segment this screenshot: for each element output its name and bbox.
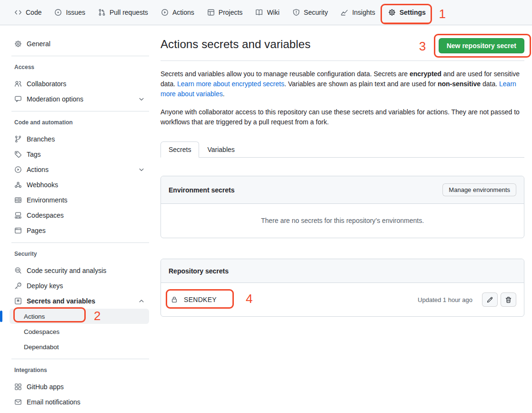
- nav-tab-label: Projects: [219, 9, 243, 16]
- play-icon: [161, 9, 169, 16]
- new-repository-secret-button[interactable]: New repository secret: [439, 38, 524, 53]
- intro-paragraph-1: Secrets and variables allow you to manag…: [161, 69, 524, 99]
- comment-discussion-icon: [14, 95, 22, 103]
- tab-secrets[interactable]: Secrets: [161, 141, 199, 158]
- sidebar-item-actions[interactable]: Actions: [11, 162, 149, 177]
- annotation-number-1: 1: [439, 7, 445, 21]
- sidebar-subitem-codespaces[interactable]: Codespaces: [10, 324, 149, 339]
- sidebar-item-label: Email notifications: [27, 398, 80, 406]
- play-icon: [14, 166, 22, 173]
- sidebar-item-moderation-options[interactable]: Moderation options: [11, 91, 149, 107]
- codespaces-icon: [14, 212, 22, 219]
- sidebar-item-general[interactable]: General: [11, 36, 149, 51]
- chevron-up-icon: [138, 297, 145, 305]
- nav-tab-label: Code: [26, 9, 41, 16]
- intro-text: . Variables are shown as plain text and …: [284, 80, 438, 88]
- tag-icon: [14, 151, 22, 158]
- sidebar-divider: [11, 359, 149, 359]
- repository-secrets-card: Repository secrets SENDKEY 4 Updated 1 h…: [161, 259, 524, 317]
- pencil-icon: [486, 296, 493, 303]
- webhook-icon: [14, 181, 22, 189]
- sidebar-divider: [11, 242, 149, 243]
- sidebar-item-tags[interactable]: Tags: [11, 147, 149, 162]
- secret-updated-timestamp: Updated 1 hour ago: [418, 296, 472, 303]
- secrets-variables-tabnav: Secrets Variables: [161, 141, 524, 158]
- book-icon: [255, 9, 263, 16]
- sidebar-item-label: Secrets and variables: [27, 297, 95, 305]
- sidebar-subitem-dependabot[interactable]: Dependabot: [10, 339, 149, 354]
- sidebar-item-label: Moderation options: [27, 95, 83, 103]
- repository-secrets-title: Repository secrets: [169, 267, 229, 275]
- issue-opened-icon: [54, 9, 62, 16]
- sidebar-item-label: Branches: [27, 135, 55, 143]
- gear-icon: [14, 40, 22, 48]
- graph-icon: [341, 9, 348, 16]
- nav-tab-wiki[interactable]: Wiki: [255, 9, 279, 16]
- shield-icon: [292, 9, 300, 16]
- sidebar-item-label: Codespaces: [27, 212, 64, 219]
- sidebar-subitem-label: Actions: [24, 313, 45, 320]
- page-title: Actions secrets and variables: [161, 38, 311, 51]
- annotation-number-2: 2: [94, 308, 100, 323]
- nav-tab-settings[interactable]: Settings 1: [388, 9, 426, 16]
- nav-tab-label: Insights: [352, 9, 375, 16]
- nav-tab-issues[interactable]: Issues: [54, 9, 85, 16]
- sidebar-section-title-integrations: Integrations: [14, 367, 149, 373]
- active-item-indicator: [0, 311, 2, 322]
- nav-tab-label: Pull requests: [110, 9, 148, 16]
- codescan-icon: [14, 267, 22, 274]
- sidebar-item-deploy-keys[interactable]: Deploy keys: [11, 278, 149, 293]
- intro-text: data.: [481, 80, 499, 88]
- nav-tab-insights[interactable]: Insights: [341, 9, 375, 16]
- sidebar-item-pages[interactable]: Pages: [11, 223, 149, 238]
- sidebar-item-email-notifications[interactable]: Email notifications: [11, 394, 149, 410]
- repo-tab-nav: Code Issues Pull requests Actions Projec…: [0, 0, 532, 25]
- main-content: Actions secrets and variables New reposi…: [161, 25, 524, 317]
- edit-secret-button[interactable]: [482, 292, 498, 307]
- sidebar-item-label: General: [27, 40, 50, 48]
- sidebar-subitem-actions[interactable]: Actions 2: [10, 309, 149, 324]
- annotation-number-3: 3: [419, 39, 426, 54]
- manage-environments-button[interactable]: Manage environments: [442, 183, 516, 196]
- nav-tab-security[interactable]: Security: [292, 9, 328, 16]
- sidebar-item-label: Webhooks: [27, 181, 58, 189]
- nav-tab-label: Actions: [172, 9, 194, 16]
- sidebar-item-secrets-and-variables[interactable]: Secrets and variables: [11, 293, 149, 309]
- link-learn-encrypted-secrets[interactable]: Learn more about encrypted secrets: [177, 80, 284, 88]
- delete-secret-button[interactable]: [501, 292, 516, 307]
- sidebar-section-title-access: Access: [14, 64, 149, 71]
- nav-tab-label: Security: [304, 9, 328, 16]
- annotation-number-4: 4: [246, 292, 252, 306]
- sidebar-item-branches[interactable]: Branches: [11, 131, 149, 147]
- sidebar-item-webhooks[interactable]: Webhooks: [11, 177, 149, 192]
- sidebar-item-code-security[interactable]: Code security and analysis: [11, 263, 149, 278]
- settings-active-underline: [384, 22, 429, 24]
- mail-icon: [14, 398, 22, 406]
- intro-bold-encrypted: encrypted: [410, 70, 442, 78]
- sidebar-section-title-code-automation: Code and automation: [14, 119, 149, 126]
- pull-request-icon: [98, 9, 106, 16]
- sidebar-subitem-label: Dependabot: [24, 343, 59, 351]
- sidebar-item-codespaces[interactable]: Codespaces: [11, 208, 149, 223]
- sidebar-item-label: Deploy keys: [27, 282, 63, 290]
- code-icon: [14, 9, 22, 16]
- sidebar-item-environments[interactable]: Environments: [11, 192, 149, 208]
- sidebar-subitem-label: Codespaces: [24, 328, 60, 335]
- header-divider: [161, 60, 524, 61]
- trash-icon: [505, 296, 512, 303]
- sidebar-item-label: Pages: [27, 227, 46, 234]
- environment-secrets-empty-message: There are no secrets for this repository…: [161, 204, 524, 238]
- sidebar-item-label: Tags: [27, 151, 41, 158]
- intro-text: Secrets and variables allow you to manag…: [161, 70, 410, 78]
- nav-tab-label: Issues: [66, 9, 85, 16]
- git-branch-icon: [14, 135, 22, 143]
- sidebar-item-collaborators[interactable]: Collaborators: [11, 76, 149, 91]
- nav-tab-code[interactable]: Code: [14, 9, 41, 16]
- chevron-down-icon: [138, 166, 145, 173]
- nav-tab-actions[interactable]: Actions: [161, 9, 194, 16]
- nav-tab-projects[interactable]: Projects: [207, 9, 243, 16]
- sidebar-item-github-apps[interactable]: GitHub apps: [11, 379, 149, 394]
- tab-variables[interactable]: Variables: [199, 141, 242, 158]
- nav-tab-pull-requests[interactable]: Pull requests: [98, 9, 148, 16]
- sidebar-divider: [11, 56, 149, 56]
